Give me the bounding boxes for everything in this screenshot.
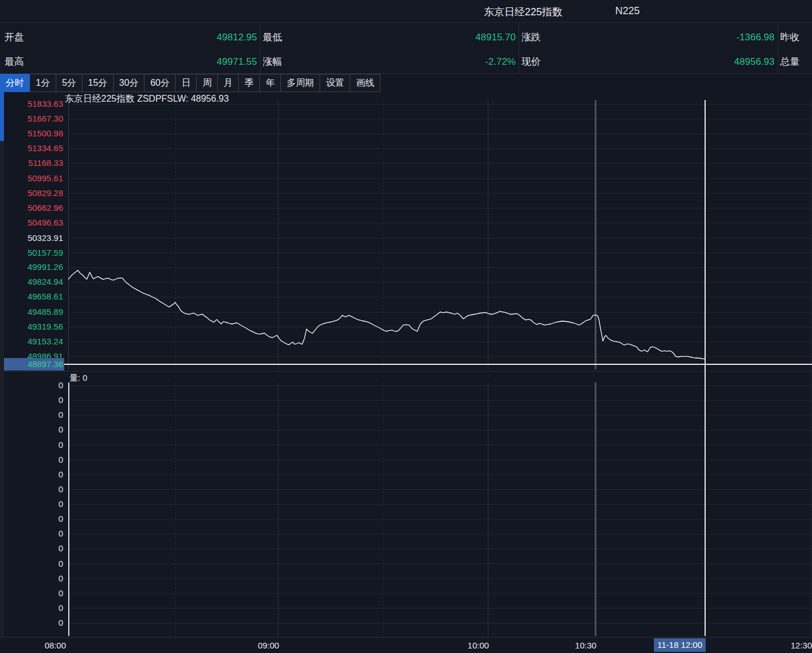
volume-axis-zero: 0 [0,543,63,554]
volume-axis-zero: 0 [0,617,63,629]
volume-axis-zero: 0 [0,424,63,435]
volume-axis-zero: 0 [0,558,63,569]
price-axis-tick: 50662.96 [0,202,63,214]
left-scrollbar[interactable] [0,92,4,637]
time-axis-tick: 12:30 [790,640,812,650]
volume-axis-zero: 0 [0,484,63,495]
volume-axis-zero: 0 [0,409,63,421]
price-axis-tick: 49824.94 [0,276,63,288]
price-axis-tick: 51667.30 [0,113,63,124]
crosshair-time-label: 11-18 12:00 [654,638,706,652]
time-axis-tick: 09:00 [258,640,279,650]
volume-axis-zero: 0 [0,439,63,451]
price-axis-tick: 50829.28 [0,188,63,199]
price-axis-tick: 51833.63 [0,98,63,110]
volume-axis-zero: 0 [0,573,63,584]
time-axis-tick: 10:00 [467,640,489,650]
price-axis-tick: 50995.61 [0,173,63,184]
volume-axis-zero: 0 [0,513,63,525]
price-axis-tick: 49485.89 [0,306,63,318]
price-axis-tick: 49658.61 [0,291,63,302]
volume-axis-zero: 0 [0,454,63,465]
volume-axis-zero: 0 [0,528,63,539]
price-axis-tick: 49319.56 [0,321,63,332]
volume-axis-zero: 0 [0,469,63,480]
volume-readout: 量: 0 [69,373,88,384]
price-axis-tick: 50496.63 [0,217,63,228]
price-axis-tick: 50323.91 [0,232,63,244]
volume-axis-zero: 0 [0,588,63,599]
chart-title: 东京日经225指数 ZSDPFSLW: 48956.93 [65,93,229,105]
time-axis-tick: 08:00 [44,640,66,650]
price-line [68,270,705,359]
price-axis-tick: 49991.26 [0,261,63,273]
scrollbar-thumb[interactable] [0,92,4,141]
volume-axis-zero: 0 [0,394,63,406]
volume-axis-zero: 0 [0,380,63,391]
volume-axis-zero: 0 [0,602,63,614]
crosshair-price-label: 48897.36 [0,358,64,371]
time-axis-tick: 10:30 [575,640,596,650]
price-axis-tick: 51168.33 [0,157,63,169]
price-axis-tick: 51334.65 [0,143,63,154]
volume-axis-zero: 0 [0,498,63,510]
price-axis-tick: 49153.24 [0,336,63,347]
price-axis-tick: 50157.59 [0,247,63,259]
price-axis-tick: 51500.98 [0,128,63,139]
